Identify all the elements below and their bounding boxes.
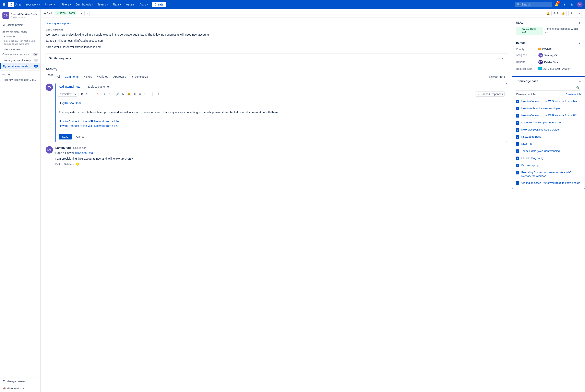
kb-article-item[interactable]: ≡Visiting an Office - What you need to k… <box>512 180 584 187</box>
text-style-select[interactable]: Normal text <box>58 92 77 96</box>
ai-magic-button[interactable]: ✦✦ <box>154 92 161 96</box>
sidebar-item-recently-resolved[interactable]: Recently resolved (last 7 d... <box>0 77 41 83</box>
summarize-button[interactable]: ✦ Summarize <box>129 74 150 79</box>
sparkle-icon: ✦ <box>131 75 134 78</box>
delete-comment-link[interactable]: Delete <box>64 163 72 166</box>
cancel-button[interactable]: Cancel <box>74 134 88 140</box>
other-toggle[interactable]: ▾ OTHER <box>0 72 41 77</box>
similar-requests-menu[interactable]: ··· <box>497 56 500 60</box>
reporter-value[interactable]: KO Keisha Onai <box>538 60 558 64</box>
sla-toggle[interactable]: ▲ <box>578 21 581 24</box>
kb-article-item[interactable]: ≡Resolving Connection Issues on Your Wi-… <box>512 169 584 180</box>
kb-article-item[interactable]: ≡How to Connect to the WiFi Network from… <box>512 112 584 119</box>
create-button[interactable]: Create <box>152 2 166 7</box>
comment-link-pc[interactable]: How to Connect to the WiFi Network from … <box>59 124 118 128</box>
create-article-button[interactable]: + Create article <box>563 93 581 96</box>
kb-search-input[interactable] <box>516 85 581 91</box>
current-user-avatar: SV <box>46 84 53 91</box>
comment-editor-body[interactable]: Hi @Keisha Onai , The requested accounts… <box>56 98 507 131</box>
assignee-value[interactable]: SV Sammy Vito <box>538 53 558 58</box>
comment-mention[interactable]: @Keisha Onai <box>62 102 81 105</box>
save-button[interactable]: Save <box>59 134 72 140</box>
breadcrumb-bar: ◀ Back ✓ ITSM-17065 ▲ ▼ 🔔 👁 1 👍 ⬆ ··· <box>41 9 585 18</box>
back-to-project-button[interactable]: ◀ Back to project <box>0 21 41 28</box>
notify-button[interactable]: 🔔 <box>545 11 552 16</box>
article-icon: ≡ <box>516 164 519 167</box>
prev-comment-header: Sammy Vito 5 hours ago <box>55 146 507 150</box>
info-button[interactable]: ℹ <box>143 92 147 96</box>
reporter-label: Reporter <box>516 60 538 64</box>
jira-logo[interactable]: Jira <box>8 2 21 7</box>
ticket-id-chip[interactable]: ✓ ITSM-17065 <box>55 11 77 16</box>
sidebar-item-open-requests[interactable]: Open service requests 16 <box>0 52 41 57</box>
sort-button[interactable]: Newest first ↕ <box>488 74 507 79</box>
kb-article-item[interactable]: ≡How to onboard a new employee <box>512 105 584 112</box>
nav-projects[interactable]: Projects▾ <box>43 2 58 7</box>
details-header: Details ▲ <box>516 42 581 45</box>
nav-your-work[interactable]: Your work▾ <box>24 2 41 7</box>
similar-requests-toggle[interactable]: ▾ <box>502 56 503 60</box>
search-input[interactable] <box>521 3 550 6</box>
internal-note-tab[interactable]: Add internal note <box>56 83 84 90</box>
emoji-button[interactable]: 😊 <box>126 92 132 96</box>
kb-article-item[interactable]: ≡Broken Laptop <box>512 162 584 169</box>
kb-article-item[interactable]: ≡TeamHuddle (Web Conferencing) <box>512 148 584 155</box>
bold-button[interactable]: B <box>80 92 84 96</box>
next-ticket-button[interactable]: ▼ <box>85 10 90 16</box>
sidebar-item-my-requests[interactable]: My service requests 4 <box>0 63 41 69</box>
user-avatar[interactable]: SV <box>577 2 582 7</box>
code-button[interactable]: <> <box>138 92 143 96</box>
prev-ticket-button[interactable]: ▲ <box>79 10 84 16</box>
manage-queues-button[interactable]: ☰ Manage queues <box>0 378 41 385</box>
tab-comments[interactable]: Comments <box>63 74 80 79</box>
numbered-list-button[interactable]: ⋮ <box>107 92 112 96</box>
details-toggle[interactable]: ▲ <box>578 42 581 45</box>
tab-approvals[interactable]: Approvals <box>112 74 128 79</box>
nav-apps[interactable]: Apps▾ <box>138 2 149 7</box>
italic-button[interactable]: I <box>85 92 88 96</box>
reply-customer-tab[interactable]: Reply to customer <box>84 83 113 90</box>
tab-all[interactable]: All <box>55 74 62 79</box>
back-button[interactable]: ◀ Back <box>44 12 53 15</box>
image-button[interactable]: 🖼 <box>121 92 126 96</box>
like-button[interactable]: 👍 <box>560 11 567 16</box>
kb-article-item[interactable]: ≡New MacBook Pro Setup Guide <box>512 126 584 134</box>
nav-assets[interactable]: Assets <box>125 2 136 7</box>
more-formatting-button[interactable]: ... <box>89 92 93 96</box>
text-color-button[interactable]: A <box>96 92 100 96</box>
give-feedback-button[interactable]: 📣 Give feedback <box>0 385 41 392</box>
grid-icon[interactable]: ⊞ <box>3 2 6 7</box>
sidebar-item-unassigned[interactable]: Unassigned service requ... 1 <box>0 57 41 63</box>
notifications-button[interactable]: 🔔 9+ <box>554 2 560 8</box>
nav-filters[interactable]: Filters▾ <box>60 2 73 7</box>
emoji-reaction-button[interactable]: 🙂 <box>76 162 79 166</box>
kb-article-item[interactable]: ≡Knowledge Base <box>512 134 584 140</box>
link-button[interactable]: 🔗 <box>115 92 120 96</box>
nav-dashboards[interactable]: Dashboards▾ <box>74 2 94 7</box>
tab-history[interactable]: History <box>82 74 94 79</box>
top-navigation: ⊞ Jira Your work▾ Projects▾ Filters▾ Das… <box>0 0 585 9</box>
kb-article-item[interactable]: ≡SSO PIR <box>512 140 584 148</box>
comment-link-mac[interactable]: How to Connect to the WiFi Network from … <box>59 120 120 123</box>
sort-label: Newest first <box>489 75 503 78</box>
canned-responses-button[interactable]: ↺ Canned responses <box>475 92 505 96</box>
more-actions-button[interactable]: ··· <box>576 11 582 16</box>
nav-plans[interactable]: Plans▾ <box>111 2 123 7</box>
article-icon: ≡ <box>516 142 519 146</box>
kb-toggle[interactable]: ▲ <box>578 80 581 83</box>
edit-comment-link[interactable]: Edit <box>55 163 60 166</box>
kb-article-item[interactable]: ≡Global - Dog policy <box>512 155 584 162</box>
settings-button[interactable]: ⚙ <box>569 2 575 8</box>
nav-teams[interactable]: Teams▾ <box>96 2 109 7</box>
bullet-list-button[interactable]: ≡ <box>103 92 106 96</box>
table-button[interactable]: ⊞ <box>132 92 137 96</box>
help-button[interactable]: ? <box>561 2 567 8</box>
plus-button[interactable]: + <box>147 92 151 96</box>
view-portal-link[interactable]: View request in portal <box>46 22 71 25</box>
reporter-avatar: KO <box>538 60 543 64</box>
kb-article-item[interactable]: ≡How to Connect to the WiFi Network from… <box>512 98 584 105</box>
share-button[interactable]: ⬆ <box>568 11 574 16</box>
tab-worklog[interactable]: Work log <box>96 74 110 79</box>
search-bar[interactable]: 🔍 <box>515 2 552 7</box>
kb-article-item[interactable]: ≡Macbook Pro Setup for new users <box>512 119 584 126</box>
